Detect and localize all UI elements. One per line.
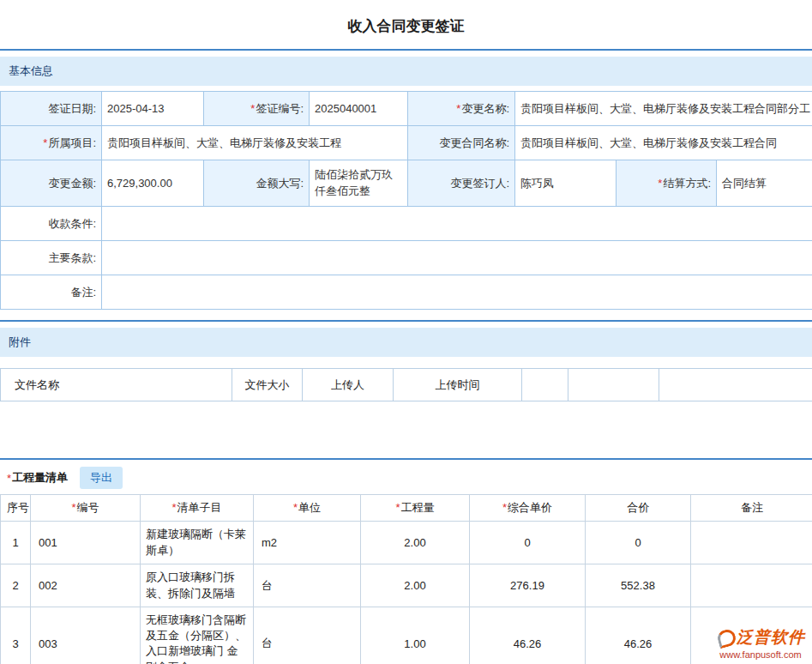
watermark-url: www.fanpusoft.com — [716, 649, 805, 660]
export-button[interactable]: 导出 — [80, 467, 123, 489]
boq-row: 2 002 原入口玻璃移门拆装、拆除门及隔墙 台 2.00 276.19 552… — [1, 564, 812, 607]
boq-row: 3 003 无框玻璃移门含隔断及五金（分隔区）、入口新增玻璃门 金刚含五金 台 … — [1, 607, 812, 664]
boq-header-row: 序号 *编号 *清单子目 *单位 *工程量 *综合单价 合价 备注 — [1, 495, 812, 522]
section-divider — [0, 49, 812, 51]
project-value: 贵阳项目样板间、大堂、电梯厅装修及安装工程 — [102, 126, 408, 160]
attachments-table: 文件名称 文件大小 上传人 上传时间 — [0, 368, 812, 401]
form-row-5: 主要条款: — [1, 241, 812, 275]
sign-no-value: 2025040001 — [310, 92, 408, 126]
boq-cell-code: 003 — [31, 607, 141, 664]
remark-label: 备注: — [1, 275, 102, 310]
attach-col-extra-2 — [568, 369, 659, 401]
basic-info-form: 签证日期: 2025-04-13 *签证编号: 2025040001 *变更名称… — [0, 91, 812, 310]
boq-table: 序号 *编号 *清单子目 *单位 *工程量 *综合单价 合价 备注 1 001 … — [0, 494, 812, 664]
attach-col-extra-3 — [659, 369, 812, 401]
label-text: 变更名称: — [461, 102, 509, 115]
page-title: 收入合同变更签证 — [0, 0, 812, 49]
boq-cell-index: 2 — [1, 564, 31, 607]
boq-cell-index: 3 — [1, 607, 31, 664]
attach-col-filesize: 文件大小 — [232, 369, 303, 401]
required-asterisk: * — [250, 102, 255, 115]
sign-date-label: 签证日期: — [1, 92, 102, 126]
boq-col-code: *编号 — [31, 495, 141, 522]
remark-value — [102, 275, 812, 310]
boq-cell-unit-price: 0 — [470, 522, 586, 564]
boq-col-unit-price: *综合单价 — [470, 495, 586, 522]
main-terms-value — [102, 241, 812, 275]
sign-date-value: 2025-04-13 — [102, 92, 204, 126]
basic-info-section-title: 基本信息 — [9, 64, 53, 77]
boq-cell-item: 新建玻璃隔断（卡莱斯卓） — [141, 522, 254, 564]
receipt-terms-label: 收款条件: — [1, 207, 102, 241]
attach-col-uploader: 上传人 — [303, 369, 394, 401]
watermark-brand: 泛普软件 — [737, 628, 805, 646]
sign-no-label: *签证编号: — [204, 92, 310, 126]
label-text: 所属项目: — [48, 136, 96, 149]
basic-info-section-header: 基本信息 — [0, 57, 812, 86]
required-asterisk: * — [293, 501, 298, 514]
boq-cell-item: 无框玻璃移门含隔断及五金（分隔区）、入口新增玻璃门 金刚含五金 — [141, 607, 254, 664]
settlement-value: 合同结算 — [717, 160, 812, 207]
required-asterisk: * — [7, 472, 11, 485]
boq-col-quantity: *工程量 — [361, 495, 470, 522]
boq-section-header: * 工程量清单 导出 — [0, 460, 812, 494]
form-row-4: 收款条件: — [1, 207, 812, 241]
boq-cell-unit: 台 — [254, 564, 361, 607]
col-label: 清单子目 — [177, 501, 222, 514]
col-label: 序号 — [7, 501, 29, 514]
col-label: 合价 — [628, 501, 650, 514]
required-asterisk: * — [43, 136, 47, 149]
boq-cell-quantity: 1.00 — [361, 607, 470, 664]
settlement-label: *结算方式: — [617, 160, 717, 207]
main-terms-label: 主要条款: — [1, 241, 102, 275]
boq-cell-total: 46.26 — [586, 607, 691, 664]
boq-cell-quantity: 2.00 — [361, 522, 470, 564]
receipt-terms-value — [102, 207, 812, 241]
attachments-section-header: 附件 — [0, 328, 812, 357]
label-text: 签证编号: — [256, 102, 304, 115]
required-asterisk: * — [395, 501, 400, 514]
col-label: 工程量 — [401, 501, 435, 514]
form-row-6: 备注: — [1, 275, 812, 310]
amount-words-value: 陆佰柒拾贰万玖仟叁佰元整 — [310, 160, 408, 207]
boq-col-remark: 备注 — [691, 495, 812, 522]
boq-col-unit: *单位 — [254, 495, 361, 522]
col-label: 综合单价 — [508, 501, 552, 514]
form-row-1: 签证日期: 2025-04-13 *签证编号: 2025040001 *变更名称… — [1, 92, 812, 126]
form-row-3: 变更金额: 6,729,300.00 金额大写: 陆佰柒拾贰万玖仟叁佰元整 变更… — [1, 160, 812, 207]
change-amount-label: 变更金额: — [1, 160, 102, 207]
boq-cell-unit-price: 46.26 — [470, 607, 586, 664]
boq-col-index: 序号 — [1, 495, 31, 522]
amount-words-label: 金额大写: — [204, 160, 310, 207]
fanpu-watermark: 泛普软件 www.fanpusoft.com — [716, 628, 805, 660]
required-asterisk: * — [456, 102, 460, 115]
boq-cell-unit: 台 — [254, 607, 361, 664]
section-divider — [0, 320, 812, 322]
boq-cell-remark — [691, 522, 812, 564]
boq-cell-code: 001 — [31, 522, 141, 564]
label-text: 结算方式: — [663, 177, 711, 190]
boq-cell-remark — [691, 564, 812, 607]
required-asterisk: * — [502, 501, 507, 514]
boq-cell-index: 1 — [1, 522, 31, 564]
boq-cell-code: 002 — [31, 564, 141, 607]
change-signer-label: 变更签订人: — [408, 160, 515, 207]
required-asterisk: * — [658, 177, 662, 190]
boq-cell-unit: m2 — [254, 522, 361, 564]
boq-row: 1 001 新建玻璃隔断（卡莱斯卓） m2 2.00 0 0 — [1, 522, 812, 564]
fanpu-logo-icon — [716, 629, 735, 644]
col-label: 编号 — [77, 501, 99, 514]
attachments-section-title: 附件 — [9, 335, 31, 348]
attachments-header-row: 文件名称 文件大小 上传人 上传时间 — [1, 369, 812, 401]
change-signer-value: 陈巧凤 — [515, 160, 617, 207]
boq-cell-unit-price: 276.19 — [470, 564, 586, 607]
change-name-value: 贵阳项目样板间、大堂、电梯厅装修及安装工程合同部分工 — [515, 92, 812, 126]
boq-cell-total: 552.38 — [586, 564, 691, 607]
change-amount-value: 6,729,300.00 — [102, 160, 204, 207]
required-asterisk: * — [171, 501, 176, 514]
change-contract-name-label: 变更合同名称: — [408, 126, 515, 160]
boq-cell-quantity: 2.00 — [361, 564, 470, 607]
boq-col-item: *清单子目 — [141, 495, 254, 522]
attach-col-upload-time: 上传时间 — [394, 369, 522, 401]
col-label: 单位 — [298, 501, 321, 514]
